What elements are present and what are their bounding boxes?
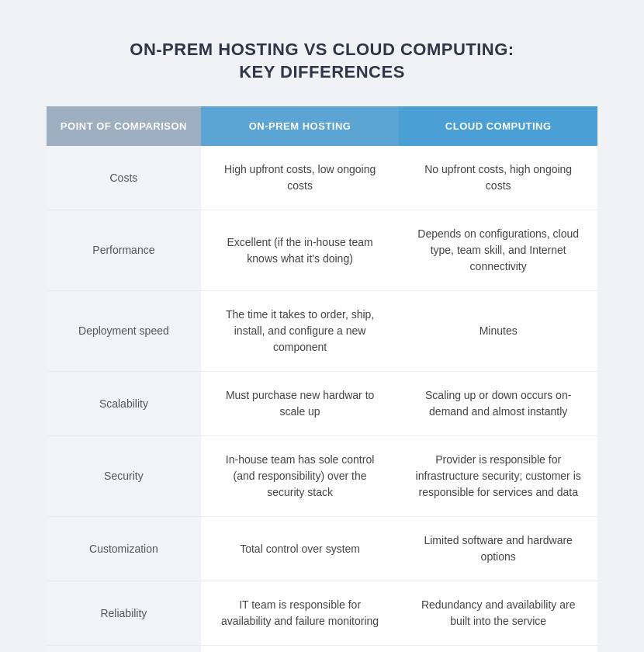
comparison-table: POINT OF COMPARISON ON-PREM HOSTING CLOU… [47, 106, 597, 652]
cell-onprem: Excellent (if the in-house team knows wh… [201, 210, 400, 291]
table-row: Deployment speedThe time it takes to ord… [47, 291, 597, 372]
cell-comparison: Costs [47, 146, 201, 210]
cell-onprem: Capital expenses [201, 646, 400, 652]
cell-cloud: Operating expenses (deducted as costs) [399, 646, 597, 652]
cell-onprem: The time it takes to order, ship, instal… [201, 291, 400, 372]
cell-onprem: IT team is responsible for availability … [201, 581, 400, 646]
table-row: SecurityIn-house team has sole control (… [47, 436, 597, 517]
header-col-onprem: ON-PREM HOSTING [201, 106, 400, 146]
table-row: CustomizationTotal control over systemLi… [47, 517, 597, 581]
table-row: ReliabilityIT team is responsible for av… [47, 581, 597, 646]
cell-comparison: Security [47, 436, 201, 517]
table-row: ScalabilityMust purchase new hardwar to … [47, 372, 597, 436]
cell-comparison: Performance [47, 210, 201, 291]
cell-cloud: Limited software and hardware options [399, 517, 597, 581]
cell-cloud: Depends on configurations, cloud type, t… [399, 210, 597, 291]
table-header-row: POINT OF COMPARISON ON-PREM HOSTING CLOU… [47, 106, 597, 146]
cell-onprem: High upfront costs, low ongoing costs [201, 146, 400, 210]
cell-onprem: Must purchase new hardwar to scale up [201, 372, 400, 436]
cell-cloud: Scaling up or down occurs on-demand and … [399, 372, 597, 436]
title-line2: KEY DIFFERENCES [239, 62, 405, 82]
cell-onprem: In-house team has sole control (and resp… [201, 436, 400, 517]
cell-comparison: Scalability [47, 372, 201, 436]
page-title: ON-PREM HOSTING VS CLOUD COMPUTING: KEY … [47, 39, 597, 83]
page-container: ON-PREM HOSTING VS CLOUD COMPUTING: KEY … [16, 16, 628, 652]
header-col-comparison: POINT OF COMPARISON [47, 106, 201, 146]
cell-cloud: Redundancy and availability are built in… [399, 581, 597, 646]
cell-comparison: Tax implications [47, 646, 201, 652]
table-row: PerformanceExcellent (if the in-house te… [47, 210, 597, 291]
header-col-cloud: CLOUD COMPUTING [399, 106, 597, 146]
cell-cloud: Provider is responsible for infrastructu… [399, 436, 597, 517]
cell-comparison: Reliability [47, 581, 201, 646]
cell-comparison: Deployment speed [47, 291, 201, 372]
table-row: CostsHigh upfront costs, low ongoing cos… [47, 146, 597, 210]
cell-onprem: Total control over system [201, 517, 400, 581]
cell-cloud: Minutes [399, 291, 597, 372]
cell-comparison: Customization [47, 517, 201, 581]
title-line1: ON-PREM HOSTING VS CLOUD COMPUTING: [130, 40, 514, 59]
cell-cloud: No upfront costs, high ongoing costs [399, 146, 597, 210]
table-row: Tax implicationsCapital expensesOperatin… [47, 646, 597, 652]
